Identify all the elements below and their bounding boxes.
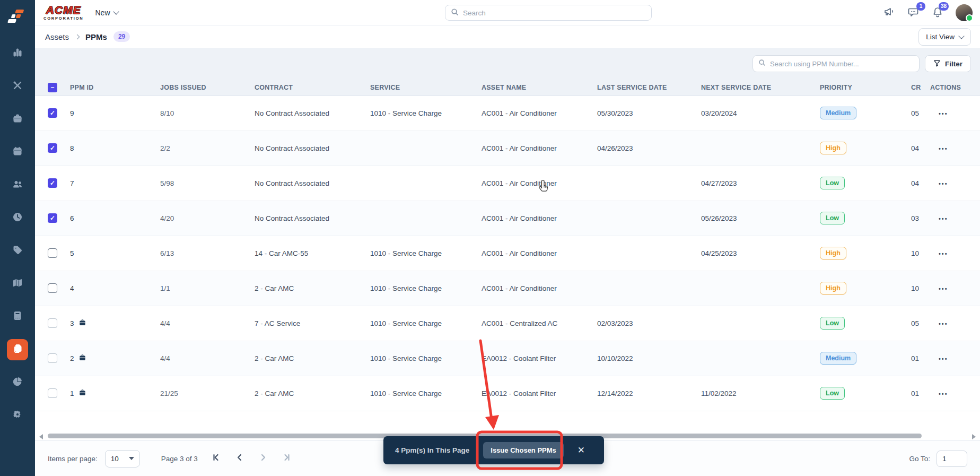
- service: 1010 - Service Charge: [370, 376, 482, 411]
- sidebar-item-maintenance[interactable]: [7, 76, 28, 97]
- row-actions-button[interactable]: •••: [939, 391, 948, 397]
- table-row[interactable]: ✓82/2No Contract AssociatedAC001 - Air C…: [35, 131, 980, 166]
- table-row[interactable]: ✓98/10No Contract Associated1010 - Servi…: [35, 96, 980, 131]
- table-row[interactable]: ✓75/98No Contract AssociatedAC001 - Air …: [35, 166, 980, 201]
- contract: 2 - Car AMC: [255, 271, 370, 306]
- ppm-table-container: −PPM IDJOBS ISSUEDCONTRACTSERVICEASSET N…: [35, 80, 980, 440]
- row-checkbox[interactable]: [48, 283, 57, 293]
- items-per-page-select[interactable]: 10: [105, 450, 140, 468]
- sidebar-item-meters[interactable]: [7, 306, 28, 327]
- last-page-button[interactable]: [282, 453, 291, 464]
- sidebar-item-reports[interactable]: [7, 372, 28, 393]
- previous-page-button[interactable]: [235, 453, 244, 464]
- cr-value: 05: [911, 306, 930, 341]
- breadcrumb-bar: Assets PPMs 29 List View: [35, 25, 980, 48]
- row-checkbox[interactable]: [48, 248, 57, 258]
- row-actions-button[interactable]: •••: [939, 145, 948, 152]
- top-bar: ACME CORPORATION New 1 38: [35, 0, 980, 25]
- sidebar-item-teams[interactable]: [7, 175, 28, 196]
- sidebar-item-dashboard[interactable]: [7, 43, 28, 64]
- contract: No Contract Associated: [255, 96, 370, 131]
- contract: 14 - Car AMC-55: [255, 236, 370, 271]
- column-header-service: SERVICE: [370, 80, 482, 96]
- select-all-checkbox[interactable]: −: [48, 83, 57, 92]
- last-service-date: 04/26/2023: [597, 131, 701, 166]
- sidebar-item-tags[interactable]: [7, 240, 28, 262]
- last-service-date: 12/14/2022: [597, 376, 701, 411]
- sidebar-item-assets[interactable]: [7, 109, 28, 130]
- row-actions-button[interactable]: •••: [939, 285, 948, 292]
- column-header-jobs-issued: JOBS ISSUED: [160, 80, 255, 96]
- close-icon[interactable]: ✕: [578, 446, 585, 455]
- ppm-id: 5: [70, 249, 74, 257]
- ppm-id: 6: [70, 214, 74, 222]
- contract: No Contract Associated: [255, 201, 370, 236]
- next-service-date: [701, 306, 820, 341]
- table-row[interactable]: 24/42 - Car AMC1010 - Service ChargeEA00…: [35, 341, 980, 376]
- row-actions-button[interactable]: •••: [939, 250, 948, 257]
- briefcase-icon: [78, 318, 86, 328]
- sidebar-item-settings[interactable]: [7, 405, 28, 426]
- user-avatar[interactable]: [956, 4, 973, 21]
- table-row[interactable]: 41/12 - Car AMC1010 - Service ChargeAC00…: [35, 271, 980, 306]
- messages-button[interactable]: 1: [908, 6, 920, 20]
- sidebar-item-map[interactable]: [7, 273, 28, 295]
- row-checkbox[interactable]: [48, 353, 57, 363]
- goto-page-input[interactable]: [937, 451, 967, 467]
- ppm-id: 7: [70, 179, 74, 187]
- table-row[interactable]: 56/1314 - Car AMC-551010 - Service Charg…: [35, 236, 980, 271]
- row-checkbox[interactable]: ✓: [48, 178, 57, 188]
- company-logo-text: ACME: [46, 4, 81, 15]
- cr-value: 10: [911, 236, 930, 271]
- row-actions-button[interactable]: •••: [939, 180, 948, 187]
- cr-value: 04: [911, 166, 930, 201]
- sidebar-item-ppms[interactable]: [7, 339, 28, 360]
- row-checkbox[interactable]: ✓: [48, 108, 57, 118]
- scroll-left-arrow-icon[interactable]: [39, 434, 43, 439]
- filter-button[interactable]: Filter: [925, 55, 971, 72]
- last-service-date: 02/03/2023: [597, 306, 701, 341]
- announcements-button[interactable]: [883, 6, 895, 19]
- column-header-priority: PRIORITY: [820, 80, 911, 96]
- row-actions-button[interactable]: •••: [939, 215, 948, 222]
- jobs-issued: 2/2: [160, 131, 255, 166]
- issue-chosen-ppms-button[interactable]: Issue Chosen PPMs: [483, 442, 564, 458]
- next-page-button[interactable]: [258, 453, 268, 464]
- calculator-icon: [12, 310, 23, 323]
- row-checkbox[interactable]: [48, 388, 57, 398]
- table-row[interactable]: 34/47 - AC Service1010 - Service ChargeA…: [35, 306, 980, 341]
- view-switcher-button[interactable]: List View: [918, 28, 971, 46]
- row-checkbox[interactable]: ✓: [48, 143, 57, 153]
- main-content: Filter −PPM IDJOBS ISSUEDCONTRACTSERVICE…: [35, 48, 980, 440]
- table-body: ✓98/10No Contract Associated1010 - Servi…: [35, 96, 980, 411]
- service: [370, 166, 482, 201]
- new-menu-button[interactable]: New: [95, 8, 118, 17]
- ppm-search-input[interactable]: [770, 60, 914, 68]
- scroll-right-arrow-icon[interactable]: [972, 434, 976, 439]
- table-row[interactable]: 121/252 - Car AMC1010 - Service ChargeEA…: [35, 376, 980, 411]
- app-logo-icon[interactable]: [6, 5, 29, 28]
- row-checkbox[interactable]: [48, 318, 57, 328]
- asset-name: AC001 - Air Conditioner: [482, 166, 597, 201]
- next-service-date: 11/02/2022: [701, 376, 820, 411]
- last-service-date: [597, 201, 701, 236]
- table-row[interactable]: ✓64/20No Contract AssociatedAC001 - Air …: [35, 201, 980, 236]
- column-header-ppm-id: PPM ID: [70, 80, 160, 96]
- cr-value: 05: [911, 96, 930, 131]
- row-actions-button[interactable]: •••: [939, 356, 948, 362]
- service: 1010 - Service Charge: [370, 96, 482, 131]
- global-search-input[interactable]: [463, 9, 646, 17]
- notifications-button[interactable]: 38: [932, 6, 943, 20]
- sidebar-item-calendar[interactable]: [7, 142, 28, 163]
- row-checkbox[interactable]: ✓: [48, 213, 57, 223]
- sidebar-item-time[interactable]: [7, 207, 28, 229]
- row-actions-button[interactable]: •••: [939, 321, 948, 327]
- contract: No Contract Associated: [255, 166, 370, 201]
- row-actions-button[interactable]: •••: [939, 110, 948, 117]
- new-menu-label: New: [95, 8, 110, 17]
- company-logo[interactable]: ACME CORPORATION: [43, 4, 84, 21]
- first-page-button[interactable]: [212, 453, 221, 464]
- cr-value: 10: [911, 271, 930, 306]
- breadcrumb-assets[interactable]: Assets: [45, 32, 69, 41]
- chevron-down-icon: [958, 33, 964, 39]
